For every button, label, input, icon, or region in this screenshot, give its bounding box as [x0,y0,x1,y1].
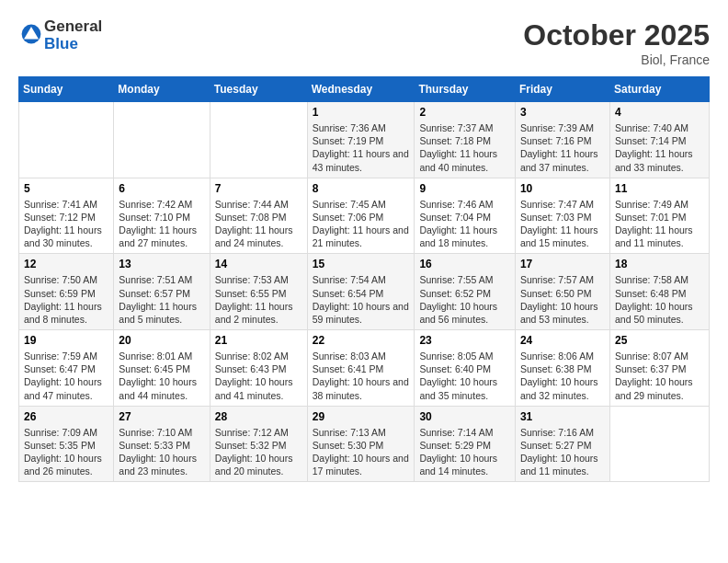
cell-content: Sunrise: 7:14 AMSunset: 5:29 PMDaylight:… [419,426,510,478]
calendar-cell: 6Sunrise: 7:42 AMSunset: 7:10 PMDaylight… [114,178,210,254]
calendar-week-row: 19Sunrise: 7:59 AMSunset: 6:47 PMDayligh… [19,330,710,407]
day-number: 21 [215,334,302,347]
day-number: 6 [119,182,204,195]
day-header-wednesday: Wednesday [307,77,415,102]
day-number: 2 [419,106,510,119]
day-number: 22 [313,334,410,347]
calendar-cell: 21Sunrise: 8:02 AMSunset: 6:43 PMDayligh… [210,330,307,407]
calendar-cell: 20Sunrise: 8:01 AMSunset: 6:45 PMDayligh… [114,330,210,407]
calendar-week-row: 26Sunrise: 7:09 AMSunset: 5:35 PMDayligh… [19,406,710,482]
page-header: General Blue October 2025 Biol, France [18,18,710,67]
calendar-cell: 13Sunrise: 7:51 AMSunset: 6:57 PMDayligh… [114,254,210,330]
calendar-cell: 25Sunrise: 8:07 AMSunset: 6:37 PMDayligh… [609,330,709,407]
calendar-cell: 12Sunrise: 7:50 AMSunset: 6:59 PMDayligh… [19,254,114,330]
cell-content: Sunrise: 7:54 AMSunset: 6:54 PMDaylight:… [313,273,410,326]
day-number: 18 [615,258,704,270]
day-header-friday: Friday [515,77,609,102]
cell-content: Sunrise: 7:50 AMSunset: 6:59 PMDaylight:… [24,273,108,326]
cell-content: Sunrise: 7:10 AMSunset: 5:33 PMDaylight:… [119,426,204,478]
calendar-week-row: 5Sunrise: 7:41 AMSunset: 7:12 PMDaylight… [19,178,710,254]
calendar-week-row: 1Sunrise: 7:36 AMSunset: 7:19 PMDaylight… [19,102,710,178]
cell-content: Sunrise: 8:01 AMSunset: 6:45 PMDaylight:… [119,350,204,402]
day-number: 20 [119,334,204,347]
cell-content: Sunrise: 7:37 AMSunset: 7:18 PMDaylight:… [419,121,510,174]
calendar-cell: 8Sunrise: 7:45 AMSunset: 7:06 PMDaylight… [307,178,415,254]
title-block: October 2025 Biol, France [523,18,710,67]
calendar-cell: 4Sunrise: 7:40 AMSunset: 7:14 PMDaylight… [609,102,709,178]
cell-content: Sunrise: 7:46 AMSunset: 7:04 PMDaylight:… [419,198,510,250]
day-number: 9 [419,182,510,195]
calendar-cell: 16Sunrise: 7:55 AMSunset: 6:52 PMDayligh… [415,254,516,330]
day-number: 28 [215,410,302,423]
day-number: 7 [215,182,302,195]
cell-content: Sunrise: 7:55 AMSunset: 6:52 PMDaylight:… [419,273,510,326]
day-number: 16 [419,258,510,270]
calendar-week-row: 12Sunrise: 7:50 AMSunset: 6:59 PMDayligh… [19,254,710,330]
calendar-cell: 14Sunrise: 7:53 AMSunset: 6:55 PMDayligh… [210,254,307,330]
calendar-cell: 29Sunrise: 7:13 AMSunset: 5:30 PMDayligh… [307,406,415,482]
logo-blue: Blue [44,35,78,52]
day-number: 8 [313,182,410,195]
calendar-cell: 11Sunrise: 7:49 AMSunset: 7:01 PMDayligh… [609,178,709,254]
day-header-sunday: Sunday [19,77,114,102]
logo-general: General [44,17,102,35]
cell-content: Sunrise: 8:07 AMSunset: 6:37 PMDaylight:… [615,350,704,402]
day-number: 1 [313,106,410,119]
cell-content: Sunrise: 7:13 AMSunset: 5:30 PMDaylight:… [313,426,410,478]
cell-content: Sunrise: 7:47 AMSunset: 7:03 PMDaylight:… [520,198,605,250]
cell-content: Sunrise: 7:45 AMSunset: 7:06 PMDaylight:… [313,198,410,250]
calendar-cell [210,102,307,178]
calendar-table: SundayMondayTuesdayWednesdayThursdayFrid… [18,76,710,482]
day-number: 11 [615,182,704,195]
day-number: 24 [520,334,605,347]
calendar-cell [19,102,114,178]
calendar-header-row: SundayMondayTuesdayWednesdayThursdayFrid… [19,77,710,102]
day-number: 25 [615,334,704,347]
calendar-cell: 23Sunrise: 8:05 AMSunset: 6:40 PMDayligh… [415,330,516,407]
day-number: 23 [419,334,510,347]
day-number: 14 [215,258,302,270]
day-number: 31 [520,410,605,423]
day-number: 19 [24,334,108,347]
calendar-cell: 22Sunrise: 8:03 AMSunset: 6:41 PMDayligh… [307,330,415,407]
cell-content: Sunrise: 8:02 AMSunset: 6:43 PMDaylight:… [215,350,302,402]
cell-content: Sunrise: 7:58 AMSunset: 6:48 PMDaylight:… [615,273,704,326]
calendar-cell: 28Sunrise: 7:12 AMSunset: 5:32 PMDayligh… [210,406,307,482]
calendar-cell: 15Sunrise: 7:54 AMSunset: 6:54 PMDayligh… [307,254,415,330]
cell-content: Sunrise: 8:06 AMSunset: 6:38 PMDaylight:… [520,350,605,402]
cell-content: Sunrise: 7:51 AMSunset: 6:57 PMDaylight:… [119,273,204,326]
cell-content: Sunrise: 7:40 AMSunset: 7:14 PMDaylight:… [615,121,704,174]
day-number: 27 [119,410,204,423]
day-number: 17 [520,258,605,270]
calendar-cell: 17Sunrise: 7:57 AMSunset: 6:50 PMDayligh… [515,254,609,330]
cell-content: Sunrise: 7:42 AMSunset: 7:10 PMDaylight:… [119,198,204,250]
cell-content: Sunrise: 7:39 AMSunset: 7:16 PMDaylight:… [520,121,605,174]
calendar-cell: 18Sunrise: 7:58 AMSunset: 6:48 PMDayligh… [609,254,709,330]
cell-content: Sunrise: 7:57 AMSunset: 6:50 PMDaylight:… [520,273,605,326]
calendar-cell: 3Sunrise: 7:39 AMSunset: 7:16 PMDaylight… [515,102,609,178]
calendar-cell: 31Sunrise: 7:16 AMSunset: 5:27 PMDayligh… [515,406,609,482]
calendar-cell: 26Sunrise: 7:09 AMSunset: 5:35 PMDayligh… [19,406,114,482]
cell-content: Sunrise: 7:12 AMSunset: 5:32 PMDaylight:… [215,426,302,478]
cell-content: Sunrise: 8:03 AMSunset: 6:41 PMDaylight:… [313,350,410,402]
cell-content: Sunrise: 7:53 AMSunset: 6:55 PMDaylight:… [215,273,302,326]
day-header-thursday: Thursday [415,77,516,102]
cell-content: Sunrise: 7:41 AMSunset: 7:12 PMDaylight:… [24,198,108,250]
day-number: 15 [313,258,410,270]
calendar-cell: 10Sunrise: 7:47 AMSunset: 7:03 PMDayligh… [515,178,609,254]
day-header-tuesday: Tuesday [210,77,307,102]
day-number: 4 [615,106,704,119]
calendar-cell: 2Sunrise: 7:37 AMSunset: 7:18 PMDaylight… [415,102,516,178]
day-number: 29 [313,410,410,423]
day-number: 10 [520,182,605,195]
cell-content: Sunrise: 7:09 AMSunset: 5:35 PMDaylight:… [24,426,108,478]
day-header-monday: Monday [114,77,210,102]
calendar-cell [609,406,709,482]
cell-content: Sunrise: 7:59 AMSunset: 6:47 PMDaylight:… [24,350,108,402]
calendar-cell: 27Sunrise: 7:10 AMSunset: 5:33 PMDayligh… [114,406,210,482]
calendar-cell: 5Sunrise: 7:41 AMSunset: 7:12 PMDaylight… [19,178,114,254]
calendar-cell: 9Sunrise: 7:46 AMSunset: 7:04 PMDaylight… [415,178,516,254]
day-header-saturday: Saturday [609,77,709,102]
day-number: 12 [24,258,108,270]
cell-content: Sunrise: 7:44 AMSunset: 7:08 PMDaylight:… [215,198,302,250]
